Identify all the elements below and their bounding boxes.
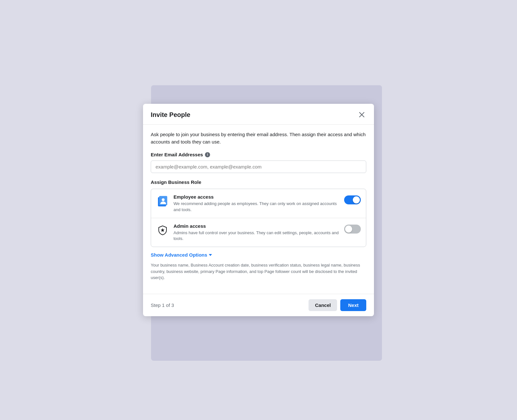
employee-role-item: Employee access We recommend adding peop… (151, 189, 366, 218)
svg-marker-5 (161, 228, 165, 232)
roles-section-label: Assign Business Role (151, 179, 366, 185)
admin-role-desc: Admins have full control over your busin… (174, 230, 340, 242)
next-button[interactable]: Next (340, 299, 366, 311)
admin-toggle-wrap[interactable] (344, 225, 361, 234)
info-icon: i (205, 152, 210, 157)
svg-point-4 (162, 198, 165, 201)
roles-card: Employee access We recommend adding peop… (151, 189, 366, 247)
modal-description: Ask people to join your business by ente… (151, 131, 366, 145)
employee-role-name: Employee access (174, 194, 340, 200)
modal-body: Ask people to join your business by ente… (143, 125, 374, 293)
footer-buttons: Cancel Next (309, 299, 366, 311)
modal-footer: Step 1 of 3 Cancel Next (143, 294, 374, 316)
advanced-options-link[interactable]: Show Advanced Options (151, 252, 212, 258)
modal-header: Invite People (143, 104, 374, 125)
admin-role-name: Admin access (174, 223, 340, 229)
close-button[interactable] (357, 110, 366, 119)
email-section-label: Enter Email Addresses i (151, 152, 366, 157)
admin-icon (156, 224, 169, 237)
invite-people-modal: Invite People Ask people to join your bu… (143, 104, 374, 316)
modal-title: Invite People (151, 111, 190, 119)
cancel-button[interactable]: Cancel (309, 299, 337, 311)
employee-role-content: Employee access We recommend adding peop… (174, 194, 340, 212)
disclosure-text: Your business name, Business Account cre… (151, 262, 366, 281)
employee-toggle[interactable] (344, 195, 361, 204)
employee-role-desc: We recommend adding people as employees.… (174, 201, 340, 212)
admin-role-item: Admin access Admins have full control ov… (151, 218, 366, 247)
employee-toggle-wrap[interactable] (344, 195, 361, 204)
employee-toggle-knob (353, 196, 360, 203)
admin-toggle[interactable] (344, 225, 361, 234)
step-label: Step 1 of 3 (151, 302, 174, 308)
email-input[interactable] (151, 161, 366, 173)
employee-icon (156, 195, 169, 208)
close-icon (359, 111, 365, 118)
chevron-down-icon (209, 254, 212, 256)
admin-role-content: Admin access Admins have full control ov… (174, 223, 340, 242)
admin-toggle-knob (345, 226, 352, 233)
